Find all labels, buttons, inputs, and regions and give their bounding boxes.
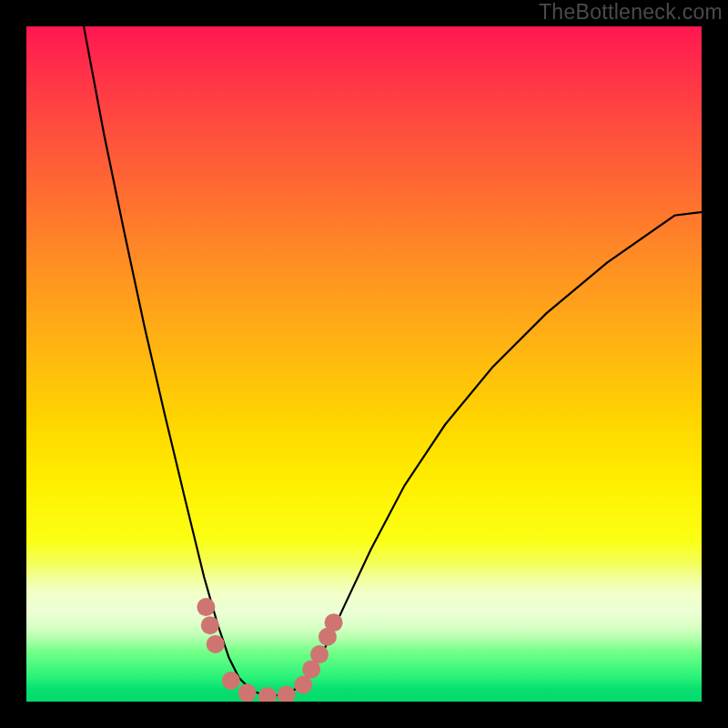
plot-area [26, 26, 702, 702]
curve-marker [258, 687, 277, 702]
curve-marker [207, 635, 225, 653]
curve-marker [294, 675, 312, 693]
curve-marker [238, 683, 257, 702]
chart-frame: TheBottleneck.com [0, 0, 728, 728]
curve-layer [26, 26, 702, 702]
watermark-text: TheBottleneck.com [539, 0, 723, 25]
curve-marker [278, 686, 296, 702]
bottleneck-curve [84, 26, 702, 696]
curve-marker [197, 598, 215, 616]
curve-marker [222, 672, 240, 690]
curve-marker [325, 613, 343, 632]
curve-marker [201, 616, 219, 634]
curve-marker [310, 645, 329, 663]
marker-group [197, 598, 342, 702]
